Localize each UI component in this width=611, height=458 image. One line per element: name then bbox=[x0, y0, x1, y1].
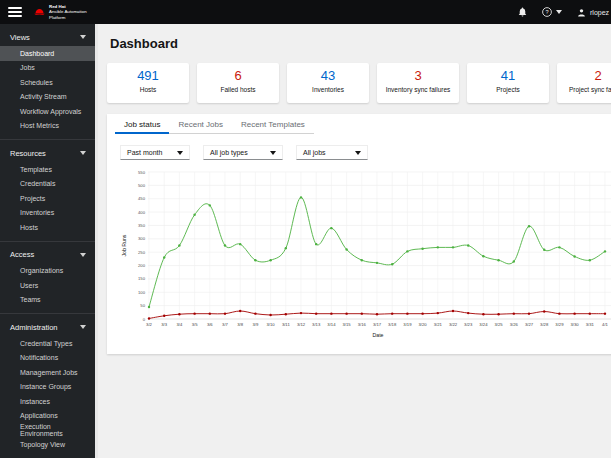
sidebar-item-execution-environments[interactable]: Execution Environments bbox=[0, 423, 95, 438]
user-menu[interactable]: rlopez bbox=[577, 8, 609, 17]
sidebar-item-users[interactable]: Users bbox=[0, 278, 95, 293]
job-filter-select[interactable]: All jobs bbox=[296, 145, 368, 160]
sidebar-item-schedules[interactable]: Schedules bbox=[0, 75, 95, 90]
sidebar-item-management-jobs[interactable]: Management Jobs bbox=[0, 365, 95, 380]
card-project-sync-failures-label: Project sync failures bbox=[557, 86, 611, 93]
sidebar-item-notifications[interactable]: Notifications bbox=[0, 351, 95, 366]
svg-text:0: 0 bbox=[143, 317, 146, 322]
tab-recent-templates[interactable]: Recent Templates bbox=[232, 114, 314, 134]
sidebar-item-instances[interactable]: Instances bbox=[0, 394, 95, 409]
svg-text:300: 300 bbox=[138, 236, 146, 241]
svg-text:400: 400 bbox=[138, 210, 146, 215]
card-inventory-sync-failures[interactable]: 3 Inventory sync failures bbox=[377, 63, 459, 103]
svg-text:3/20: 3/20 bbox=[419, 322, 428, 327]
caret-down-icon bbox=[355, 151, 361, 155]
graph-tabs: Job status Recent Jobs Recent Templates bbox=[107, 114, 611, 134]
sidebar-section-access: Access Organizations Users Teams bbox=[0, 241, 95, 308]
svg-text:3/24: 3/24 bbox=[479, 322, 488, 327]
page-title: Dashboard bbox=[110, 36, 611, 51]
card-projects-value[interactable]: 41 bbox=[467, 69, 549, 83]
svg-text:3/13: 3/13 bbox=[312, 322, 321, 327]
caret-down-icon bbox=[270, 151, 276, 155]
sidebar-item-activity-stream[interactable]: Activity Stream bbox=[0, 90, 95, 105]
card-inventory-sync-failures-label: Inventory sync failures bbox=[377, 86, 459, 93]
svg-text:3/27: 3/27 bbox=[525, 322, 534, 327]
svg-text:3/7: 3/7 bbox=[222, 322, 228, 327]
svg-text:?: ? bbox=[545, 9, 548, 15]
svg-text:4/1: 4/1 bbox=[602, 322, 608, 327]
svg-text:3/26: 3/26 bbox=[510, 322, 519, 327]
job-type-select[interactable]: All job types bbox=[203, 145, 283, 160]
svg-text:3/18: 3/18 bbox=[388, 322, 397, 327]
chart-filters: Past month All job types All jobs bbox=[107, 134, 611, 162]
dashboard-graph-panel: Job status Recent Jobs Recent Templates … bbox=[107, 114, 611, 354]
masthead: Red Hat Ansible Automation Platform ? rl… bbox=[0, 0, 611, 24]
tab-job-status[interactable]: Job status bbox=[115, 114, 169, 134]
svg-text:3/5: 3/5 bbox=[192, 322, 198, 327]
sidebar-item-instance-groups[interactable]: Instance Groups bbox=[0, 380, 95, 395]
chevron-down-icon bbox=[80, 253, 86, 257]
svg-text:3/6: 3/6 bbox=[207, 322, 213, 327]
sidebar-item-credentials[interactable]: Credentials bbox=[0, 177, 95, 192]
sidebar-item-topology-view[interactable]: Topology View bbox=[0, 438, 95, 453]
svg-text:3/17: 3/17 bbox=[373, 322, 382, 327]
sidebar-item-applications[interactable]: Applications bbox=[0, 409, 95, 424]
chevron-down-icon bbox=[80, 151, 86, 155]
notifications-bell-icon[interactable] bbox=[518, 7, 527, 17]
sidebar-item-workflow-approvals[interactable]: Workflow Approvals bbox=[0, 104, 95, 119]
card-projects[interactable]: 41 Projects bbox=[467, 63, 549, 103]
svg-text:350: 350 bbox=[138, 223, 146, 228]
job-type-select-value: All job types bbox=[210, 149, 248, 156]
sidebar-section-header-access[interactable]: Access bbox=[0, 246, 95, 264]
sidebar-item-host-metrics[interactable]: Host Metrics bbox=[0, 119, 95, 134]
svg-text:3/10: 3/10 bbox=[267, 322, 276, 327]
card-project-sync-failures-value[interactable]: 2 bbox=[557, 69, 611, 83]
period-select[interactable]: Past month bbox=[120, 145, 190, 160]
sidebar-item-jobs[interactable]: Jobs bbox=[0, 61, 95, 76]
help-menu[interactable]: ? bbox=[542, 7, 562, 17]
job-runs-line-chart[interactable]: 0501001502002503003504004505005503/23/33… bbox=[114, 164, 611, 344]
sidebar-item-dashboard[interactable]: Dashboard bbox=[0, 46, 95, 61]
sidebar-item-inventories[interactable]: Inventories bbox=[0, 206, 95, 221]
main-content: Dashboard 491 Hosts 6 Failed hosts 43 In… bbox=[98, 24, 611, 458]
nav-toggle-hamburger-icon[interactable] bbox=[8, 7, 22, 17]
card-inventories[interactable]: 43 Inventories bbox=[287, 63, 369, 103]
svg-text:Job Runs: Job Runs bbox=[121, 234, 127, 256]
svg-text:3/30: 3/30 bbox=[571, 322, 580, 327]
card-failed-hosts-value[interactable]: 6 bbox=[197, 69, 279, 83]
svg-text:3/8: 3/8 bbox=[237, 322, 243, 327]
job-filter-select-value: All jobs bbox=[303, 149, 326, 156]
sidebar-item-projects[interactable]: Projects bbox=[0, 191, 95, 206]
card-hosts-value[interactable]: 491 bbox=[107, 69, 189, 83]
card-failed-hosts[interactable]: 6 Failed hosts bbox=[197, 63, 279, 103]
sidebar-nav: Views Dashboard Jobs Schedules Activity … bbox=[0, 24, 95, 458]
sidebar-item-templates[interactable]: Templates bbox=[0, 162, 95, 177]
redhat-fedora-icon bbox=[34, 8, 45, 17]
svg-text:500: 500 bbox=[138, 183, 146, 188]
card-hosts[interactable]: 491 Hosts bbox=[107, 63, 189, 103]
sidebar-item-hosts[interactable]: Hosts bbox=[0, 220, 95, 235]
svg-text:3/28: 3/28 bbox=[540, 322, 549, 327]
sidebar-item-credential-types[interactable]: Credential Types bbox=[0, 336, 95, 351]
svg-text:3/12: 3/12 bbox=[297, 322, 306, 327]
chevron-down-icon bbox=[80, 35, 86, 39]
username-label: rlopez bbox=[590, 9, 609, 16]
card-inventories-value[interactable]: 43 bbox=[287, 69, 369, 83]
tab-recent-jobs[interactable]: Recent Jobs bbox=[169, 114, 231, 134]
svg-text:100: 100 bbox=[138, 290, 146, 295]
sidebar-item-organizations[interactable]: Organizations bbox=[0, 264, 95, 279]
svg-text:3/16: 3/16 bbox=[358, 322, 367, 327]
svg-text:3/22: 3/22 bbox=[449, 322, 458, 327]
sidebar-section-header-views[interactable]: Views bbox=[0, 28, 95, 46]
card-inventory-sync-failures-value[interactable]: 3 bbox=[377, 69, 459, 83]
svg-text:3/4: 3/4 bbox=[176, 322, 182, 327]
card-project-sync-failures[interactable]: 2 Project sync failures bbox=[557, 63, 611, 103]
sidebar-section-header-administration[interactable]: Administration bbox=[0, 318, 95, 336]
card-inventories-label: Inventories bbox=[287, 86, 369, 93]
summary-cards: 491 Hosts 6 Failed hosts 43 Inventories … bbox=[107, 63, 611, 103]
sidebar-item-teams[interactable]: Teams bbox=[0, 293, 95, 308]
sidebar-section-header-resources[interactable]: Resources bbox=[0, 144, 95, 162]
sidebar-section-administration: Administration Credential Types Notifica… bbox=[0, 313, 95, 452]
brand-logo: Red Hat Ansible Automation Platform bbox=[34, 4, 87, 21]
svg-text:Date: Date bbox=[373, 332, 384, 338]
